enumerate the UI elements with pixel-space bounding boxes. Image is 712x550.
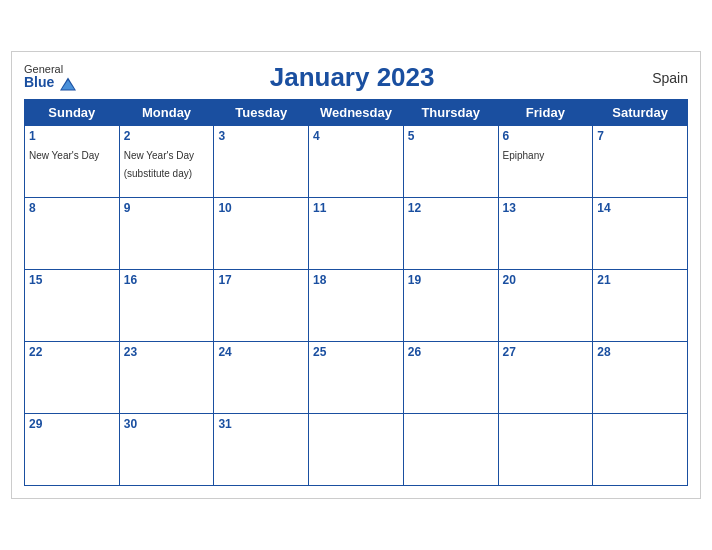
day-number: 2 — [124, 129, 210, 143]
day-number: 11 — [313, 201, 399, 215]
weekday-header-row: Sunday Monday Tuesday Wednesday Thursday… — [25, 100, 688, 126]
calendar-day-cell: 14 — [593, 198, 688, 270]
day-number: 30 — [124, 417, 210, 431]
day-number: 27 — [503, 345, 589, 359]
day-number: 31 — [218, 417, 304, 431]
calendar: General Blue January 2023 Spain Sunday M… — [11, 51, 701, 499]
day-number: 21 — [597, 273, 683, 287]
day-number: 1 — [29, 129, 115, 143]
day-number: 5 — [408, 129, 494, 143]
calendar-day-cell: 3 — [214, 126, 309, 198]
header-saturday: Saturday — [593, 100, 688, 126]
day-number: 16 — [124, 273, 210, 287]
logo-icon — [60, 77, 76, 91]
day-number: 22 — [29, 345, 115, 359]
header-thursday: Thursday — [403, 100, 498, 126]
day-number: 14 — [597, 201, 683, 215]
month-title: January 2023 — [76, 62, 628, 93]
day-number: 18 — [313, 273, 399, 287]
calendar-day-cell: 31 — [214, 414, 309, 486]
day-number: 24 — [218, 345, 304, 359]
calendar-day-cell: 28 — [593, 342, 688, 414]
calendar-day-cell: 5 — [403, 126, 498, 198]
day-number: 6 — [503, 129, 589, 143]
calendar-day-cell — [309, 414, 404, 486]
day-number: 12 — [408, 201, 494, 215]
holiday-name: Epiphany — [503, 150, 545, 161]
calendar-day-cell: 20 — [498, 270, 593, 342]
day-number: 17 — [218, 273, 304, 287]
calendar-day-cell: 2New Year's Day (substitute day) — [119, 126, 214, 198]
calendar-day-cell: 11 — [309, 198, 404, 270]
day-number: 8 — [29, 201, 115, 215]
calendar-day-cell: 22 — [25, 342, 120, 414]
day-number: 13 — [503, 201, 589, 215]
day-number: 3 — [218, 129, 304, 143]
calendar-day-cell: 10 — [214, 198, 309, 270]
calendar-day-cell: 26 — [403, 342, 498, 414]
calendar-day-cell: 19 — [403, 270, 498, 342]
day-number: 26 — [408, 345, 494, 359]
calendar-week-row: 22232425262728 — [25, 342, 688, 414]
day-number: 7 — [597, 129, 683, 143]
day-number: 4 — [313, 129, 399, 143]
day-number: 23 — [124, 345, 210, 359]
calendar-day-cell: 30 — [119, 414, 214, 486]
logo: General Blue — [24, 64, 76, 90]
calendar-day-cell — [403, 414, 498, 486]
day-number: 28 — [597, 345, 683, 359]
calendar-table: Sunday Monday Tuesday Wednesday Thursday… — [24, 99, 688, 486]
day-number: 29 — [29, 417, 115, 431]
day-number: 19 — [408, 273, 494, 287]
calendar-day-cell: 4 — [309, 126, 404, 198]
calendar-day-cell: 9 — [119, 198, 214, 270]
calendar-day-cell: 27 — [498, 342, 593, 414]
calendar-day-cell: 16 — [119, 270, 214, 342]
calendar-day-cell — [498, 414, 593, 486]
day-number: 10 — [218, 201, 304, 215]
header-friday: Friday — [498, 100, 593, 126]
day-number: 20 — [503, 273, 589, 287]
holiday-name: New Year's Day — [29, 150, 99, 161]
calendar-week-row: 293031 — [25, 414, 688, 486]
calendar-day-cell: 29 — [25, 414, 120, 486]
calendar-day-cell: 8 — [25, 198, 120, 270]
calendar-day-cell: 25 — [309, 342, 404, 414]
calendar-day-cell: 13 — [498, 198, 593, 270]
header-wednesday: Wednesday — [309, 100, 404, 126]
calendar-day-cell — [593, 414, 688, 486]
calendar-day-cell: 15 — [25, 270, 120, 342]
header-monday: Monday — [119, 100, 214, 126]
day-number: 15 — [29, 273, 115, 287]
country-label: Spain — [628, 70, 688, 86]
header-tuesday: Tuesday — [214, 100, 309, 126]
calendar-week-row: 891011121314 — [25, 198, 688, 270]
calendar-day-cell: 6Epiphany — [498, 126, 593, 198]
calendar-header: General Blue January 2023 Spain — [24, 62, 688, 93]
calendar-day-cell: 23 — [119, 342, 214, 414]
calendar-day-cell: 21 — [593, 270, 688, 342]
calendar-week-row: 15161718192021 — [25, 270, 688, 342]
day-number: 25 — [313, 345, 399, 359]
day-number: 9 — [124, 201, 210, 215]
calendar-day-cell: 18 — [309, 270, 404, 342]
logo-blue-text: Blue — [24, 75, 76, 90]
holiday-name: New Year's Day (substitute day) — [124, 150, 194, 179]
calendar-day-cell: 12 — [403, 198, 498, 270]
header-sunday: Sunday — [25, 100, 120, 126]
calendar-day-cell: 7 — [593, 126, 688, 198]
calendar-day-cell: 17 — [214, 270, 309, 342]
calendar-day-cell: 24 — [214, 342, 309, 414]
calendar-week-row: 1New Year's Day2New Year's Day (substitu… — [25, 126, 688, 198]
calendar-day-cell: 1New Year's Day — [25, 126, 120, 198]
